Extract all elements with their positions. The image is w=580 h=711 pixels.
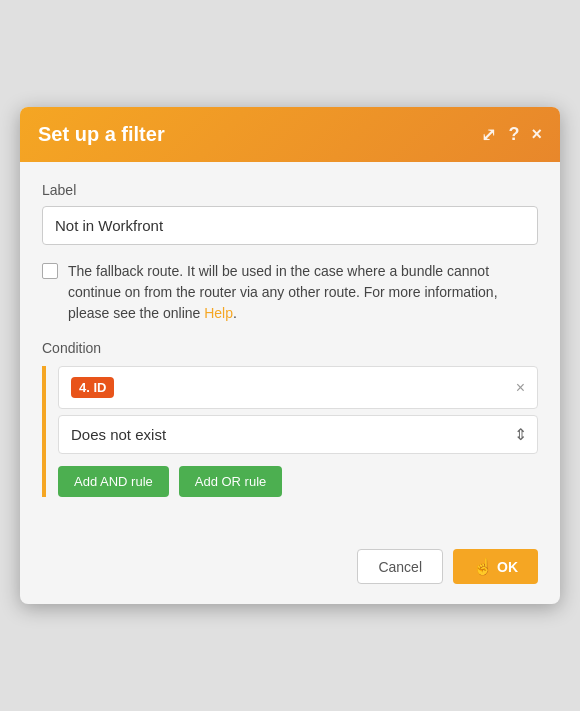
ok-label: OK	[497, 559, 518, 575]
dialog-header: Set up a filter ⤢ ? ×	[20, 107, 560, 162]
fallback-checkbox[interactable]	[42, 263, 58, 279]
condition-block: 4. ID × Does not exist Exists Equal to N…	[42, 366, 538, 497]
condition-tag-row: 4. ID ×	[58, 366, 538, 409]
condition-select-wrap: Does not exist Exists Equal to Not equal…	[58, 415, 538, 454]
dialog-footer: Cancel ☝ OK	[20, 533, 560, 604]
cancel-button[interactable]: Cancel	[357, 549, 443, 584]
dialog-body: Label The fallback route. It will be use…	[20, 162, 560, 533]
close-icon[interactable]: ×	[531, 124, 542, 145]
add-or-rule-button[interactable]: Add OR rule	[179, 466, 283, 497]
label-field-label: Label	[42, 182, 538, 198]
header-icons: ⤢ ? ×	[481, 124, 542, 146]
condition-tag: 4. ID	[71, 377, 114, 398]
ok-button[interactable]: ☝ OK	[453, 549, 538, 584]
dialog-title: Set up a filter	[38, 123, 165, 146]
select-arrows-icon: ⇕	[514, 425, 537, 444]
help-icon[interactable]: ?	[508, 124, 519, 145]
setup-filter-dialog: Set up a filter ⤢ ? × Label The fallback…	[20, 107, 560, 604]
add-and-rule-button[interactable]: Add AND rule	[58, 466, 169, 497]
condition-close-icon[interactable]: ×	[516, 379, 525, 397]
resize-icon[interactable]: ⤢	[481, 124, 496, 146]
condition-section-label: Condition	[42, 340, 538, 356]
help-link[interactable]: Help	[204, 305, 233, 321]
fallback-text: The fallback route. It will be used in t…	[68, 261, 538, 324]
condition-select[interactable]: Does not exist Exists Equal to Not equal…	[59, 416, 514, 453]
cursor-icon: ☝	[473, 557, 493, 576]
label-input[interactable]	[42, 206, 538, 245]
rule-buttons: Add AND rule Add OR rule	[58, 466, 538, 497]
fallback-row: The fallback route. It will be used in t…	[42, 261, 538, 324]
